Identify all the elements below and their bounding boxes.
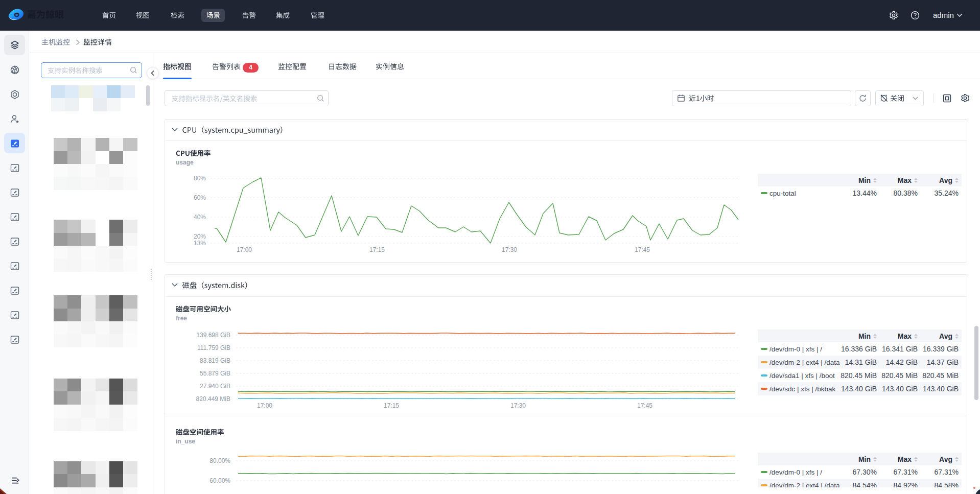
svg-text:60.00%: 60.00%	[209, 477, 230, 484]
svg-text:80.00%: 80.00%	[209, 457, 230, 464]
